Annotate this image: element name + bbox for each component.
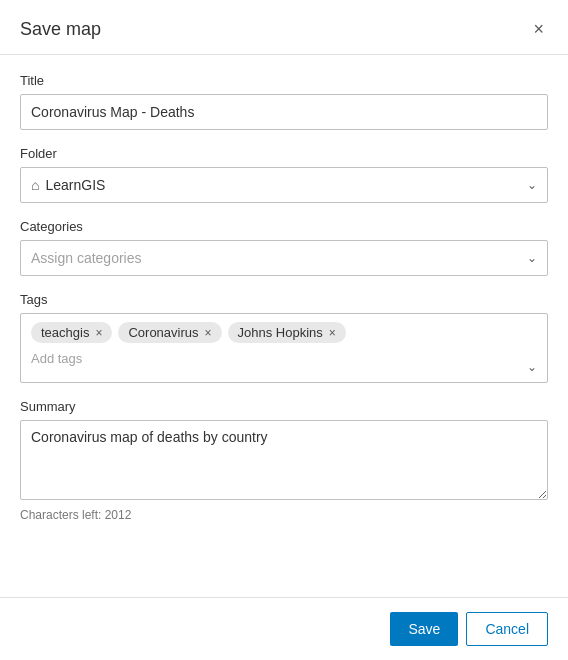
dialog-body: Title Folder ⌂ LearnGIS ⌄ Categories Ass… — [0, 55, 568, 597]
summary-label: Summary — [20, 399, 548, 414]
tags-add-placeholder[interactable]: Add tags — [31, 351, 82, 366]
summary-field-group: Summary Coronavirus map of deaths by cou… — [20, 399, 548, 522]
folder-label: Folder — [20, 146, 548, 161]
tag-teachgis: teachgis × — [31, 322, 112, 343]
save-map-dialog: Save map × Title Folder ⌂ LearnGIS ⌄ Cat… — [0, 0, 568, 660]
tags-field-group: Tags teachgis × Coronavirus × Johns Hopk… — [20, 292, 548, 383]
tags-label: Tags — [20, 292, 548, 307]
tag-coronavirus-label: Coronavirus — [128, 325, 198, 340]
categories-placeholder: Assign categories — [31, 250, 142, 266]
tag-teachgis-remove[interactable]: × — [95, 327, 102, 339]
dialog-footer: Save Cancel — [0, 597, 568, 660]
categories-select[interactable]: Assign categories ⌄ — [20, 240, 548, 276]
folder-select[interactable]: ⌂ LearnGIS ⌄ — [20, 167, 548, 203]
folder-value: ⌂ LearnGIS — [31, 177, 105, 193]
close-button[interactable]: × — [529, 18, 548, 40]
title-label: Title — [20, 73, 548, 88]
tag-teachgis-label: teachgis — [41, 325, 89, 340]
tags-container: teachgis × Coronavirus × Johns Hopkins ×… — [20, 313, 548, 383]
home-icon: ⌂ — [31, 177, 39, 193]
tag-johns-hopkins-remove[interactable]: × — [329, 327, 336, 339]
folder-field-group: Folder ⌂ LearnGIS ⌄ — [20, 146, 548, 203]
categories-chevron-icon: ⌄ — [527, 251, 537, 265]
categories-field-group: Categories Assign categories ⌄ — [20, 219, 548, 276]
tag-coronavirus-remove[interactable]: × — [205, 327, 212, 339]
dialog-header: Save map × — [0, 0, 568, 55]
categories-label: Categories — [20, 219, 548, 234]
title-field-group: Title — [20, 73, 548, 130]
tags-row: teachgis × Coronavirus × Johns Hopkins × — [31, 322, 537, 343]
tag-johns-hopkins: Johns Hopkins × — [228, 322, 346, 343]
tag-coronavirus: Coronavirus × — [118, 322, 221, 343]
tag-johns-hopkins-label: Johns Hopkins — [238, 325, 323, 340]
cancel-button[interactable]: Cancel — [466, 612, 548, 646]
save-button[interactable]: Save — [390, 612, 458, 646]
folder-text: LearnGIS — [45, 177, 105, 193]
char-count: Characters left: 2012 — [20, 508, 548, 522]
folder-chevron-icon: ⌄ — [527, 178, 537, 192]
tags-chevron-icon: ⌄ — [527, 360, 537, 374]
summary-textarea[interactable]: Coronavirus map of deaths by country — [20, 420, 548, 500]
title-input[interactable] — [20, 94, 548, 130]
dialog-title: Save map — [20, 19, 101, 40]
